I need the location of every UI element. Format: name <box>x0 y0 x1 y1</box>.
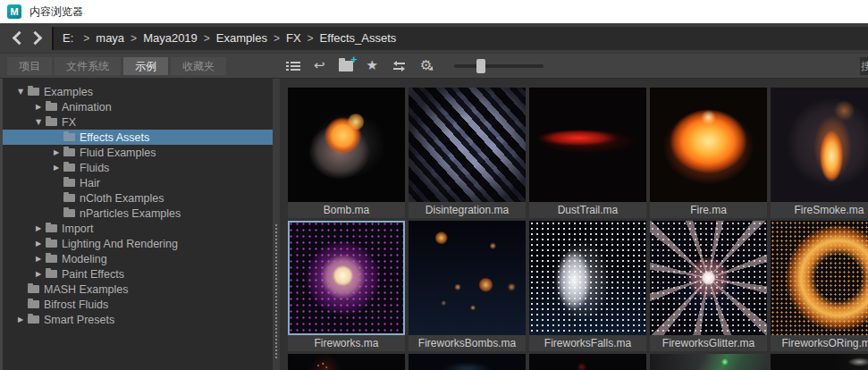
asset-thumbnail <box>409 221 526 335</box>
filter-sort-button[interactable] <box>392 61 407 71</box>
nav-back-button[interactable] <box>7 29 27 48</box>
asset-label: FireworksBombs.ma <box>409 335 526 351</box>
tab-filesystem[interactable]: 文件系统 <box>55 57 121 75</box>
list-view-button[interactable] <box>286 61 300 71</box>
expand-arrow-icon[interactable]: ▼ <box>13 88 28 96</box>
asset-tile-row3-2[interactable] <box>409 354 526 370</box>
expand-arrow-icon[interactable]: ▶ <box>31 224 46 232</box>
folder-icon <box>63 209 75 217</box>
breadcrumb-item-fx[interactable]: FX <box>286 31 301 45</box>
tree-item-smart-presets[interactable]: ▶ Smart Presets <box>3 312 273 327</box>
folder-icon <box>46 103 57 111</box>
asset-tile-firesmoke[interactable]: FireSmoke.ma <box>771 88 868 218</box>
breadcrumb-separator: > <box>274 32 280 45</box>
asset-tile-fireworksbombs[interactable]: FireworksBombs.ma <box>409 221 526 351</box>
asset-tile-fireworks-selected[interactable]: Fireworks.ma <box>288 221 405 351</box>
new-folder-icon <box>339 61 353 71</box>
expand-arrow-icon[interactable]: ▶ <box>31 240 46 248</box>
tree-item-paint-effects[interactable]: ▶ Paint Effects <box>3 266 273 282</box>
tree-item-hair[interactable]: Hair <box>3 175 273 190</box>
favorite-star-button[interactable]: ★ <box>367 59 378 72</box>
asset-tile-row3-1[interactable] <box>288 354 405 370</box>
folder-icon <box>28 285 39 293</box>
asset-tile-row3-3[interactable] <box>529 354 646 370</box>
chevron-left-icon <box>12 31 26 46</box>
folder-tree-panel: ▼ Examples ▶ Animation ▼ FX Effects Asse… <box>3 79 273 370</box>
breadcrumb-separator: > <box>83 32 89 45</box>
asset-tile-row3-4[interactable] <box>650 354 767 370</box>
tab-examples[interactable]: 示例 <box>123 57 168 75</box>
tree-item-nparticles-examples[interactable]: nParticles Examples <box>3 206 273 221</box>
asset-label: FireSmoke.ma <box>771 202 868 218</box>
breadcrumb-separator: > <box>308 32 314 45</box>
expand-arrow-icon[interactable]: ▶ <box>49 148 63 156</box>
tree-item-animation[interactable]: ▶ Animation <box>3 99 273 114</box>
content-toolbar: ↩ ★ ⚙ <box>286 54 544 78</box>
expand-arrow-icon[interactable]: ▶ <box>31 270 46 278</box>
asset-thumbnail <box>409 88 526 202</box>
tree-item-effects-assets[interactable]: Effects Assets <box>3 130 273 145</box>
tab-project[interactable]: 项目 <box>7 57 52 75</box>
tree-item-bifrost-fluids[interactable]: Bifrost Fluids <box>3 297 273 312</box>
expand-arrow-icon[interactable]: ▶ <box>13 315 28 324</box>
breadcrumb-item-maya2019[interactable]: Maya2019 <box>143 31 198 45</box>
asset-label: Fire.ma <box>650 202 767 218</box>
asset-thumbnail <box>529 221 646 335</box>
tree-item-examples[interactable]: ▼ Examples <box>3 84 273 99</box>
breadcrumb-item-drive[interactable]: E: <box>63 31 73 45</box>
tree-item-fluid-examples[interactable]: ▶ Fluid Examples <box>3 145 273 160</box>
asset-thumbnail <box>771 354 868 370</box>
asset-label: DustTrail.ma <box>529 202 646 218</box>
asset-thumbnail <box>650 221 767 335</box>
asset-thumbnail <box>529 354 646 370</box>
folder-icon <box>28 88 39 96</box>
tree-item-lighting-and-rendering[interactable]: ▶ Lighting And Rendering <box>3 236 273 251</box>
tree-item-modeling[interactable]: ▶ Modeling <box>3 251 273 266</box>
asset-tile-fireworksfalls[interactable]: FireworksFalls.ma <box>529 221 646 351</box>
asset-label: Bomb.ma <box>288 202 405 218</box>
folder-icon <box>46 270 57 278</box>
new-folder-button[interactable] <box>339 61 353 71</box>
folder-icon <box>46 255 57 263</box>
asset-tile-row3-5[interactable] <box>771 354 868 370</box>
asset-tile-dusttrail[interactable]: DustTrail.ma <box>529 88 646 218</box>
window-title: 内容浏览器 <box>29 4 83 20</box>
asset-label: Disintegration.ma <box>409 202 526 218</box>
folder-icon <box>63 179 75 187</box>
search-field-clipped[interactable]: 搜 <box>860 57 868 75</box>
tree-item-fx[interactable]: ▼ FX <box>3 114 273 130</box>
tree-item-ncloth-examples[interactable]: nCloth Examples <box>3 190 273 206</box>
breadcrumb-item-maya[interactable]: maya <box>96 31 124 45</box>
expand-arrow-icon[interactable]: ▼ <box>31 118 46 126</box>
back-undo-button[interactable]: ↩ <box>314 59 325 72</box>
expand-arrow-icon[interactable]: ▶ <box>49 164 63 172</box>
chevron-right-icon <box>28 31 42 46</box>
asset-tile-disintegration[interactable]: Disintegration.ma <box>409 88 526 218</box>
breadcrumb-item-effects-assets[interactable]: Effects_Assets <box>320 31 397 45</box>
asset-thumbnail <box>409 354 526 370</box>
settings-gear-button[interactable]: ⚙ <box>420 59 432 72</box>
panel-splitter[interactable] <box>273 79 280 370</box>
expand-arrow-icon[interactable]: ▶ <box>31 103 46 111</box>
tree-item-mash-examples[interactable]: MASH Examples <box>3 282 273 297</box>
asset-tile-fireworksoring[interactable]: FireworksORing.ma <box>771 221 868 351</box>
asset-tile-bomb[interactable]: Bomb.ma <box>288 88 405 218</box>
breadcrumb-bar: E: > maya > Maya2019 > Examples > FX > E… <box>0 23 868 54</box>
filter-sort-icon <box>392 61 407 71</box>
asset-tile-fire[interactable]: Fire.ma <box>650 88 767 218</box>
folder-icon <box>46 240 57 248</box>
nav-forward-button[interactable] <box>27 29 46 48</box>
tab-favorites[interactable]: 收藏夹 <box>171 57 226 75</box>
breadcrumb-separator: > <box>204 32 210 45</box>
slider-handle[interactable] <box>476 59 485 73</box>
thumbnail-size-slider[interactable] <box>454 64 544 68</box>
tree-item-fluids[interactable]: ▶ Fluids <box>3 160 273 175</box>
breadcrumb-item-examples[interactable]: Examples <box>216 31 267 45</box>
asset-tile-fireworksglitter[interactable]: FireworksGlitter.ma <box>650 221 767 351</box>
folder-icon <box>63 148 75 156</box>
expand-arrow-icon[interactable]: ▶ <box>31 255 46 263</box>
maya-app-icon: M <box>7 4 21 19</box>
asset-thumbnail <box>529 88 646 202</box>
folder-icon <box>46 118 57 126</box>
tree-item-import[interactable]: ▶ Import <box>3 221 273 236</box>
